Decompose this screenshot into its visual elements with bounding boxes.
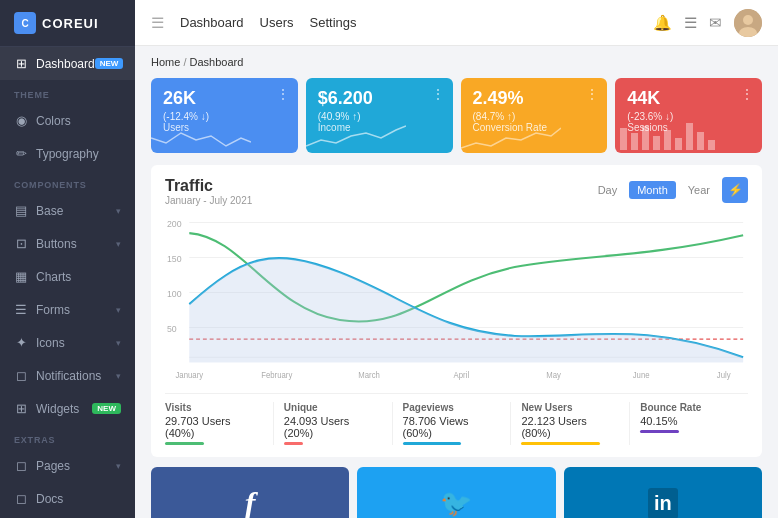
- filter-button[interactable]: ⚡: [722, 177, 748, 203]
- sidebar-item-colors[interactable]: ◉ Colors: [0, 104, 135, 137]
- sidebar-item-label: Docs: [36, 492, 63, 506]
- sidebar-item-notifications[interactable]: ◻ Notifications ▾: [0, 359, 135, 392]
- sidebar-item-label: Charts: [36, 270, 71, 284]
- logo-text: COREUI: [42, 16, 99, 31]
- svg-text:March: March: [358, 371, 380, 380]
- svg-text:January: January: [175, 371, 204, 380]
- bell-icon[interactable]: 🔔: [653, 14, 672, 32]
- traffic-title: Traffic: [165, 177, 252, 195]
- sidebar-item-label: Typography: [36, 147, 99, 161]
- envelope-icon[interactable]: ✉: [709, 14, 722, 32]
- chart-stat-value: 22.123 Users (80%): [521, 415, 619, 439]
- chevron-down-icon: ▾: [116, 338, 121, 348]
- chart-stat-value: 78.706 Views (60%): [403, 415, 501, 439]
- traffic-controls: Day Month Year ⚡: [590, 177, 748, 203]
- breadcrumb: Home / Dashboard: [151, 56, 762, 68]
- time-btn-month[interactable]: Month: [629, 181, 676, 199]
- svg-rect-9: [686, 123, 693, 150]
- sidebar-item-docs[interactable]: ◻ Docs: [0, 482, 135, 515]
- dashboard-icon: ⊞: [14, 56, 28, 71]
- sidebar-item-base[interactable]: ▤ Base ▾: [0, 194, 135, 227]
- sidebar-item-label: Buttons: [36, 237, 77, 251]
- chart-stat-label: New Users: [521, 402, 619, 413]
- svg-rect-11: [708, 140, 715, 150]
- svg-text:200: 200: [167, 218, 182, 228]
- topnav-link-users[interactable]: Users: [260, 15, 294, 30]
- social-cards: f 🐦 in: [151, 467, 762, 518]
- social-card-linkedin[interactable]: in: [564, 467, 762, 518]
- stat-card-users: ⋮ 26K (-12.4% ↓) Users: [151, 78, 298, 153]
- svg-rect-6: [653, 136, 660, 150]
- svg-rect-10: [697, 132, 704, 150]
- social-card-facebook[interactable]: f: [151, 467, 349, 518]
- sidebar-item-charts[interactable]: ▦ Charts: [0, 260, 135, 293]
- sidebar-item-typography[interactable]: ✏ Typography: [0, 137, 135, 170]
- svg-text:April: April: [454, 371, 470, 380]
- widgets-icon: ⊞: [14, 401, 28, 416]
- topnav-links: Dashboard Users Settings: [180, 15, 357, 30]
- traffic-subtitle: January - July 2021: [165, 195, 252, 206]
- sidebar-item-dashboard[interactable]: ⊞ Dashboard NEW: [0, 47, 135, 80]
- logo-icon: C: [14, 12, 36, 34]
- stat-card-menu-icon[interactable]: ⋮: [431, 86, 445, 102]
- sidebar-item-pages[interactable]: ◻ Pages ▾: [0, 449, 135, 482]
- avatar[interactable]: [734, 9, 762, 37]
- sidebar-item-label: Notifications: [36, 369, 101, 383]
- time-btn-year[interactable]: Year: [680, 181, 718, 199]
- typography-icon: ✏: [14, 146, 28, 161]
- svg-text:February: February: [261, 371, 293, 380]
- hamburger-icon[interactable]: ☰: [151, 14, 164, 32]
- topnav-link-settings[interactable]: Settings: [310, 15, 357, 30]
- sidebar-item-label: Forms: [36, 303, 70, 317]
- chart-stat-label: Visits: [165, 402, 263, 413]
- stat-card-menu-icon[interactable]: ⋮: [740, 86, 754, 102]
- chart-stat-newusers: New Users 22.123 Users (80%): [511, 402, 630, 445]
- stat-card-menu-icon[interactable]: ⋮: [276, 86, 290, 102]
- forms-icon: ☰: [14, 302, 28, 317]
- chart-stat-bar: [521, 442, 599, 445]
- chart-stat-bouncerate: Bounce Rate 40.15%: [630, 402, 748, 445]
- breadcrumb-home[interactable]: Home: [151, 56, 180, 68]
- stat-card-menu-icon[interactable]: ⋮: [585, 86, 599, 102]
- stat-value-conversion: 2.49%: [473, 88, 596, 109]
- social-card-twitter[interactable]: 🐦: [357, 467, 555, 518]
- svg-rect-3: [620, 128, 627, 150]
- svg-rect-7: [664, 130, 671, 150]
- chart-stat-value: 24.093 Users (20%): [284, 415, 382, 439]
- sidebar-item-buttons[interactable]: ⊡ Buttons ▾: [0, 227, 135, 260]
- chart-stat-unique: Unique 24.093 Users (20%): [274, 402, 393, 445]
- sidebar-item-forms[interactable]: ☰ Forms ▾: [0, 293, 135, 326]
- sidebar: C COREUI ⊞ Dashboard NEW THEME ◉ Colors …: [0, 0, 135, 518]
- chart-stat-bar: [165, 442, 204, 445]
- sidebar-item-label: Dashboard: [36, 57, 95, 71]
- facebook-icon: f: [245, 485, 256, 518]
- chevron-down-icon: ▾: [116, 371, 121, 381]
- svg-text:100: 100: [167, 288, 182, 298]
- main-content: ☰ Dashboard Users Settings 🔔 ☰ ✉ Home / …: [135, 0, 778, 518]
- time-btn-day[interactable]: Day: [590, 181, 626, 199]
- topnav-link-dashboard[interactable]: Dashboard: [180, 15, 244, 30]
- chart-stat-label: Unique: [284, 402, 382, 413]
- page-content: Home / Dashboard ⋮ 26K (-12.4% ↓) Users …: [135, 46, 778, 518]
- svg-rect-4: [631, 133, 638, 150]
- traffic-section: Traffic January - July 2021 Day Month Ye…: [151, 165, 762, 457]
- breadcrumb-current: Dashboard: [190, 56, 244, 68]
- sidebar-item-widgets[interactable]: ⊞ Widgets NEW: [0, 392, 135, 425]
- chart-stat-bar: [284, 442, 304, 445]
- sidebar-item-icons[interactable]: ✦ Icons ▾: [0, 326, 135, 359]
- sidebar-logo: C COREUI: [0, 0, 135, 47]
- widgets-badge: NEW: [92, 403, 121, 414]
- chart-stat-visits: Visits 29.703 Users (40%): [165, 402, 274, 445]
- chart-stats: Visits 29.703 Users (40%) Unique 24.093 …: [165, 393, 748, 445]
- twitter-icon: 🐦: [440, 488, 472, 518]
- chart-stat-value: 29.703 Users (40%): [165, 415, 263, 439]
- list-icon[interactable]: ☰: [684, 14, 697, 32]
- svg-text:150: 150: [167, 253, 182, 263]
- chart-stat-pageviews: Pageviews 78.706 Views (60%): [393, 402, 512, 445]
- sidebar-item-label: Pages: [36, 459, 70, 473]
- theme-section-label: THEME: [0, 80, 135, 104]
- docs-icon: ◻: [14, 491, 28, 506]
- svg-rect-5: [642, 126, 649, 150]
- notifications-icon: ◻: [14, 368, 28, 383]
- chart-stat-label: Bounce Rate: [640, 402, 738, 413]
